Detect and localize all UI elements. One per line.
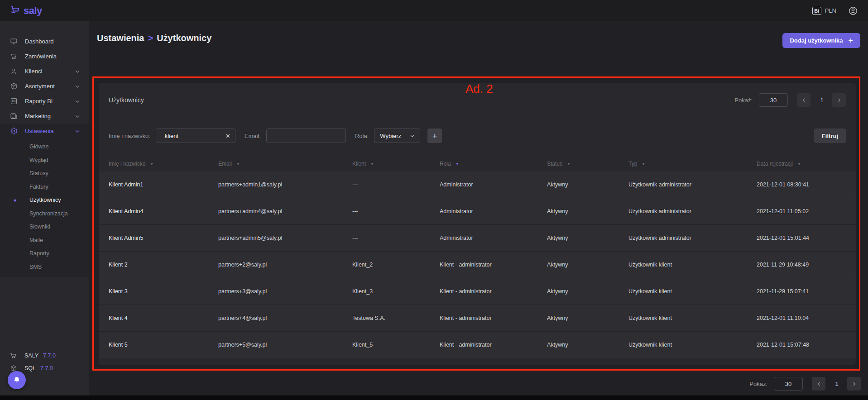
role-filter-select[interactable]: Wybierz (374, 129, 420, 143)
version-number: 7.7.0 (40, 365, 53, 371)
table-row[interactable]: Klient Admin1partners+admin1@saly.pl---A… (99, 171, 856, 198)
chevron-down-icon (74, 128, 81, 134)
sidebar-subitem-s-owniki[interactable]: Słowniki (0, 220, 89, 234)
notifications-button[interactable] (8, 371, 26, 389)
cell-data-rejestracji: 2021-12-01 15:01:44 (757, 235, 846, 241)
table-row[interactable]: Klient Admin5partners+admin5@saly.pl---A… (99, 225, 856, 252)
email-filter-input[interactable] (266, 129, 346, 143)
column-header-data-rejestracji[interactable]: Data rejestracji▼ (757, 161, 846, 167)
role-filter-label: Rola: (355, 133, 369, 139)
cell-rola: Administrator (440, 181, 547, 188)
version-row-saly: SALY7.7.0 (0, 349, 89, 362)
page-size-input[interactable] (759, 93, 788, 107)
column-header-email[interactable]: Email▼ (218, 161, 352, 167)
page-header: Ustawienia>Użytkownicy Dodaj użytkownika… (89, 21, 868, 48)
sidebar-item-dashboard[interactable]: Dashboard (0, 34, 89, 49)
filter-bar: Imię i nazwisko: ✕ Email: Rola: Wybierz … (99, 128, 856, 143)
topbar-right: Bi PLN (812, 6, 858, 16)
cell-typ: Użytkownik klient (628, 288, 757, 295)
sidebar-subitem-g-wne[interactable]: Główne (0, 140, 89, 154)
panel-title: Użytkownicy (109, 96, 144, 104)
cell-imi-i-nazwisko: Klient Admin4 (109, 208, 218, 214)
current-page: 1 (820, 97, 824, 104)
cell-imi-i-nazwisko: Klient 4 (109, 315, 218, 321)
cell-email: partners+admin4@saly.pl (218, 208, 352, 214)
column-header-label: Klient (352, 161, 366, 167)
gear-icon (10, 127, 18, 135)
cell-data-rejestracji: 2021-11-29 15:07:41 (757, 288, 846, 295)
chevron-down-icon (74, 83, 81, 90)
chevron-down-icon (74, 98, 81, 105)
sidebar-item-zam-wienia[interactable]: Zamówienia (0, 49, 89, 64)
sidebar-item-marketing[interactable]: Marketing (0, 109, 89, 124)
add-filter-button[interactable]: + (427, 129, 442, 143)
column-header-label: Status (547, 161, 562, 167)
table-row[interactable]: Klient 5partners+5@saly.plKlient_5Klient… (99, 332, 856, 358)
add-user-button[interactable]: Dodaj użytkownika + (782, 33, 860, 48)
sidebar-subitem-statusy[interactable]: Statusy (0, 167, 89, 181)
sidebar-item-raporty-bi[interactable]: BiRaporty BI (0, 94, 89, 109)
sidebar-subitem-faktury[interactable]: Faktury (0, 181, 89, 194)
currency-selector[interactable]: Bi PLN (812, 7, 836, 15)
table-row[interactable]: Klient 3partners+3@saly.plKlient_3Klient… (99, 278, 856, 305)
monitor-icon (10, 38, 18, 45)
sidebar-subitem-label: Maile (29, 237, 43, 243)
sidebar-subitem-synchronizacja[interactable]: Synchronizacja (0, 207, 89, 221)
column-header-typ[interactable]: Typ▼ (628, 161, 757, 167)
breadcrumb-parent[interactable]: Ustawienia (97, 33, 144, 43)
sidebar-item-ustawienia[interactable]: Ustawienia (0, 124, 89, 138)
column-header-status[interactable]: Status▼ (547, 161, 628, 167)
clear-filter-icon[interactable]: ✕ (225, 133, 230, 139)
sort-icon[interactable]: ▼ (567, 162, 571, 166)
breadcrumb-current: Użytkownicy (157, 33, 211, 43)
sidebar-subitem-label: SMS (29, 264, 42, 270)
sort-icon[interactable]: ▼ (370, 162, 374, 166)
filter-submit-button[interactable]: Filtruj (814, 129, 846, 143)
sidebar-subitem-u-ytkownicy[interactable]: Użytkownicy (0, 194, 89, 207)
sidebar-subitem-raporty[interactable]: Raporty (0, 247, 89, 261)
table-row[interactable]: Klient Admin4partners+admin4@saly.pl---A… (99, 198, 856, 225)
prev-page-button[interactable] (797, 93, 810, 107)
column-header-klient[interactable]: Klient▼ (352, 161, 440, 167)
cube-icon (10, 82, 18, 90)
sidebar-subitem-label: Słowniki (29, 224, 50, 230)
column-header-rola[interactable]: Rola▼ (440, 161, 547, 167)
cell-rola: Klient - administrator (440, 288, 547, 295)
sidebar-subitem-wygl-d[interactable]: Wygląd (0, 154, 89, 167)
name-filter-input[interactable] (156, 129, 235, 143)
app-logo[interactable]: saly (10, 4, 42, 18)
version-number: 7.7.0 (43, 352, 56, 359)
cell-imi-i-nazwisko: Klient Admin5 (109, 235, 218, 241)
next-page-button[interactable] (847, 377, 861, 390)
prev-page-button[interactable] (812, 377, 825, 390)
sidebar-subitem-maile[interactable]: Maile (0, 234, 89, 248)
user-account-icon[interactable] (848, 6, 858, 16)
sidebar-item-label: Asortyment (25, 83, 55, 90)
table-row[interactable]: Klient 4partners+4@saly.plTestowa S.A.Kl… (99, 305, 856, 332)
currency-label: PLN (825, 7, 836, 14)
sidebar-subitem-label: Synchronizacja (29, 210, 68, 217)
sort-icon[interactable]: ▼ (456, 162, 459, 166)
sort-icon[interactable]: ▼ (797, 162, 801, 166)
page-size-input[interactable] (774, 377, 803, 390)
sidebar-item-klienci[interactable]: Klienci (0, 64, 89, 79)
sidebar-item-asortyment[interactable]: Asortyment (0, 79, 89, 94)
sort-icon[interactable]: ▼ (642, 162, 645, 166)
cell-status: Aktywny (547, 262, 628, 268)
cart-icon (10, 52, 18, 60)
table-row[interactable]: Klient 2partners+2@saly.plKlient_2Klient… (99, 252, 856, 278)
column-header-label: Rola (440, 161, 451, 167)
cell-email: partners+admin1@saly.pl (218, 181, 352, 188)
sort-icon[interactable]: ▼ (236, 162, 240, 166)
pagination-bottom: Pokaż: 1 (749, 377, 861, 390)
cell-klient: Klient_2 (352, 262, 440, 268)
next-page-button[interactable] (832, 93, 846, 107)
sort-icon[interactable]: ▼ (150, 162, 153, 166)
active-item-dot-icon (14, 199, 16, 201)
sidebar-sublist: GłówneWyglądStatusyFakturyUżytkownicySyn… (0, 138, 89, 274)
column-header-imi-i-nazwisko[interactable]: Imię i nazwisko▼ (109, 161, 218, 167)
chevron-down-icon (74, 68, 81, 75)
news-icon (10, 112, 18, 120)
sidebar-settings-section: UstawieniaGłówneWyglądStatusyFakturyUżyt… (0, 124, 89, 277)
sidebar-subitem-sms[interactable]: SMS (0, 261, 89, 274)
